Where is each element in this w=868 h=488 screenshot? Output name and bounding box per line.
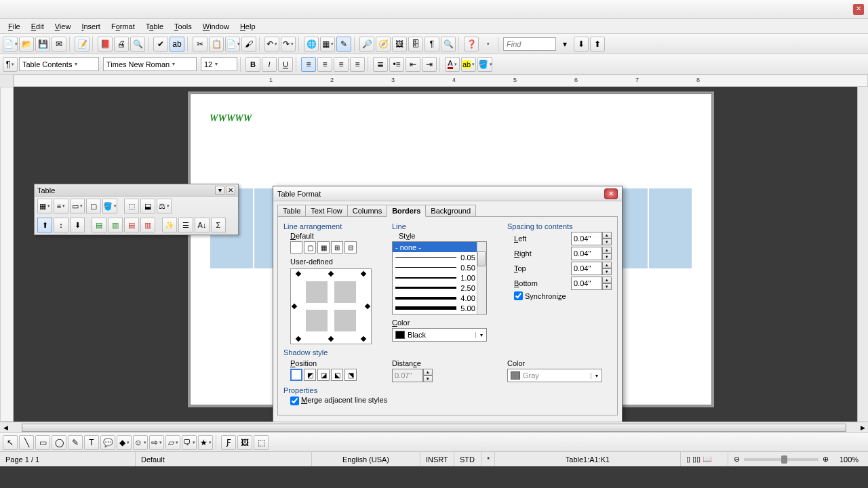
left-spin[interactable] xyxy=(571,232,602,245)
format-paint-button[interactable]: 🖌 xyxy=(241,37,256,52)
find-next-up[interactable]: ⬆ xyxy=(590,37,605,52)
line-style-button[interactable]: ≡ xyxy=(54,199,68,214)
export-pdf-button[interactable]: 📕 xyxy=(98,37,113,52)
shadow-none[interactable] xyxy=(290,369,302,381)
block-arrows[interactable]: ⇨ xyxy=(149,435,164,450)
menu-table[interactable]: Table xyxy=(140,21,169,32)
paragraph-style-combo[interactable]: Table Contents▾ xyxy=(19,57,99,71)
top-align-button[interactable]: ⬆ xyxy=(37,218,52,232)
indent-inc-button[interactable]: ⇥ xyxy=(422,57,437,72)
help-whatsthis[interactable] xyxy=(480,37,495,52)
menu-tools[interactable]: Tools xyxy=(169,21,197,32)
italic-button[interactable]: I xyxy=(262,57,277,72)
table-button[interactable]: ▦ xyxy=(320,37,335,52)
menu-insert[interactable]: Insert xyxy=(76,21,106,32)
shadow-br[interactable]: ⬔ xyxy=(344,369,357,381)
help-button[interactable]: ❓ xyxy=(464,37,479,52)
text-tool[interactable]: T xyxy=(84,435,99,450)
spellcheck-button[interactable]: ✔ xyxy=(153,37,168,52)
freeform-tool[interactable]: ✎ xyxy=(68,435,83,450)
font-size-combo[interactable]: 12▾ xyxy=(201,57,237,71)
tab-borders[interactable]: Borders xyxy=(387,205,426,217)
email-button[interactable]: ✉ xyxy=(52,37,66,52)
right-spin[interactable] xyxy=(571,247,602,260)
stars[interactable]: ★ xyxy=(198,435,213,450)
optimize-button[interactable]: ⚖ xyxy=(157,199,172,214)
delete-row-button[interactable]: ▤ xyxy=(124,218,139,232)
save-button[interactable]: 💾 xyxy=(35,37,50,52)
menu-help[interactable]: Help xyxy=(235,21,261,32)
bgcolor-button[interactable]: 🪣 xyxy=(477,57,492,72)
find-dropdown[interactable]: ▾ xyxy=(557,37,572,52)
navigator-button[interactable]: 🧭 xyxy=(376,37,391,52)
center-align-button[interactable]: ↕ xyxy=(54,218,68,232)
align-justify-button[interactable]: ≡ xyxy=(350,57,365,72)
style-list-thumb[interactable] xyxy=(477,251,486,266)
cut-button[interactable]: ✂ xyxy=(193,37,208,52)
vertical-scrollbar[interactable] xyxy=(857,87,868,422)
copy-button[interactable]: 📋 xyxy=(209,37,224,52)
bold-button[interactable]: B xyxy=(245,57,260,72)
preset-all[interactable]: ▦ xyxy=(317,241,330,253)
menu-window[interactable]: Window xyxy=(197,21,235,32)
preset-box[interactable]: ▢ xyxy=(304,241,316,253)
ellipse-tool[interactable]: ◯ xyxy=(52,435,66,450)
user-defined-preview[interactable] xyxy=(290,268,372,344)
symbol-shapes[interactable]: ☺ xyxy=(133,435,148,450)
top-spin[interactable] xyxy=(571,262,602,275)
rect-tool[interactable]: ▭ xyxy=(35,435,50,450)
bottom-align-button[interactable]: ⬇ xyxy=(70,218,85,232)
menu-view[interactable]: View xyxy=(50,21,77,32)
status-selection[interactable]: Table1:A1:K1 xyxy=(495,452,681,466)
find-next-down[interactable]: ⬇ xyxy=(574,37,589,52)
merge-cells-button[interactable]: ⬚ xyxy=(124,199,139,214)
line-style-listbox[interactable]: - none - 0.05 pt 0.50 pt 1.00 pt 2.50 pt… xyxy=(392,241,487,314)
status-insert[interactable]: INSRT xyxy=(420,452,454,466)
autospell-button[interactable]: ab xyxy=(170,37,184,52)
font-color-button[interactable]: A xyxy=(445,57,460,72)
tab-table[interactable]: Table xyxy=(277,205,306,217)
draw-button[interactable]: ✎ xyxy=(336,37,351,52)
datasource-button[interactable]: 🗄 xyxy=(408,37,423,52)
align-right-button[interactable]: ≡ xyxy=(334,57,349,72)
undo-button[interactable]: ↶ xyxy=(264,37,279,52)
bullets-button[interactable]: •≡ xyxy=(389,57,404,72)
status-page[interactable]: Page 1 / 1 xyxy=(0,452,136,466)
callout-tool[interactable]: 💬 xyxy=(100,435,115,450)
menu-edit[interactable]: Edit xyxy=(26,21,50,32)
align-left-button[interactable]: ≡ xyxy=(301,57,316,72)
document-canvas[interactable]: WWWWW Table ▾✕ ▦ ≡ ▭ ▢ 🪣 ⬚ ⬓ xyxy=(14,87,857,422)
menu-file[interactable]: File xyxy=(3,21,26,32)
highlight-button[interactable]: ab xyxy=(461,57,476,72)
flowcharts[interactable]: ▱ xyxy=(165,435,180,450)
sum-button[interactable]: Σ xyxy=(211,218,226,232)
zoom-out-icon[interactable]: ⊖ xyxy=(734,455,740,464)
toolbar-close-icon[interactable]: ✕ xyxy=(226,186,235,195)
open-button[interactable]: 📂 xyxy=(19,37,34,52)
tab-text-flow[interactable]: Text Flow xyxy=(305,205,347,217)
preset-outer-inner[interactable]: ⊟ xyxy=(344,241,357,253)
zoom-button[interactable]: 🔍 xyxy=(441,37,456,52)
shadow-tl[interactable]: ◩ xyxy=(304,369,316,381)
horizontal-ruler[interactable]: 1 2 3 4 5 6 7 8 xyxy=(14,75,868,87)
close-icon[interactable]: ✕ xyxy=(853,4,864,15)
zoom-in-icon[interactable]: ⊕ xyxy=(823,455,829,464)
hyperlink-button[interactable]: 🌐 xyxy=(304,37,319,52)
synchronize-checkbox[interactable] xyxy=(514,291,523,300)
new-doc-button[interactable]: 📄 xyxy=(3,37,18,52)
redo-button[interactable]: ↷ xyxy=(281,37,296,52)
dialog-close-icon[interactable]: ✕ xyxy=(604,188,618,199)
indent-dec-button[interactable]: ⇤ xyxy=(406,57,420,72)
border-color-button[interactable]: ▭ xyxy=(70,199,85,214)
tab-background[interactable]: Background xyxy=(425,205,476,217)
autoformat-button[interactable]: ✨ xyxy=(162,218,177,232)
sort-button[interactable]: A↓ xyxy=(195,218,210,232)
line-color-combo[interactable]: Black ▾ xyxy=(392,328,487,342)
shadow-color-combo[interactable]: Gray ▾ xyxy=(507,369,602,382)
nonprint-button[interactable]: ¶ xyxy=(425,37,439,52)
table-insert-button[interactable]: ▦ xyxy=(37,199,52,214)
preset-none[interactable] xyxy=(290,241,302,253)
shadow-bl[interactable]: ⬕ xyxy=(331,369,343,381)
status-std[interactable]: STD xyxy=(454,452,481,466)
find-toolbar-input[interactable] xyxy=(503,37,556,51)
